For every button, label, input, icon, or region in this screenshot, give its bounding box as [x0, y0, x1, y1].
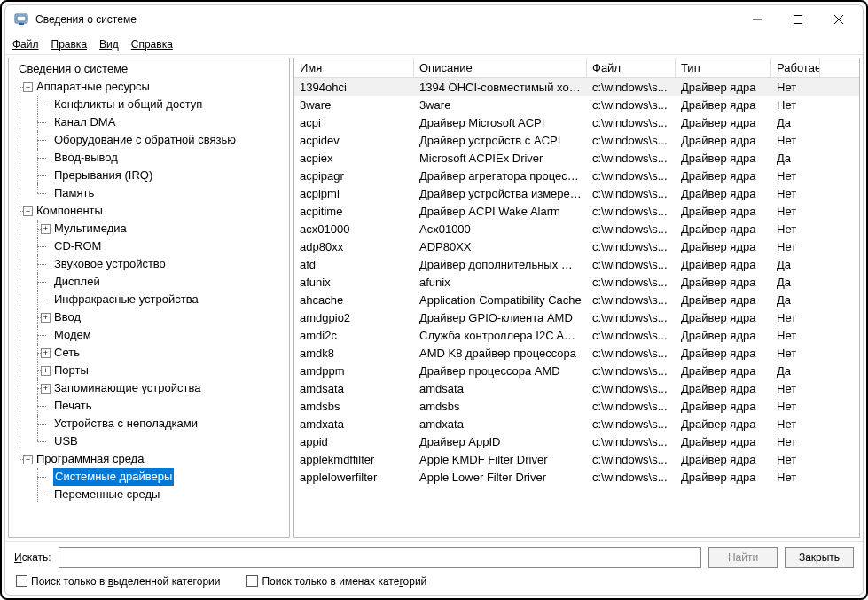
tree-item[interactable]: Оборудование с обратной связью [9, 131, 289, 149]
table-row[interactable]: amdgpio2 Драйвер GPIO-клиента AMD c:\win… [294, 308, 859, 326]
check-selected-category[interactable]: Поиск только в выделенной категории [16, 575, 220, 588]
tree-item[interactable]: Канал DMA [9, 113, 289, 131]
menu-edit[interactable]: Правка [51, 38, 88, 51]
tree-item[interactable]: CD-ROM [9, 238, 289, 255]
tree-item[interactable]: USB [9, 432, 289, 450]
tree-item[interactable]: Устройства с неполадками [9, 415, 289, 432]
tree-item[interactable]: Инфракрасные устройства [9, 291, 289, 308]
col-start[interactable]: Работает [771, 58, 820, 77]
table-row[interactable]: appid Драйвер AppID c:\windows\s... Драй… [294, 432, 859, 450]
table-row[interactable]: adp80xx ADP80XX c:\windows\s... Драйвер … [294, 238, 859, 255]
table-row[interactable]: afunix afunix c:\windows\s... Драйвер яд… [294, 273, 859, 291]
menu-help[interactable]: Справка [131, 38, 173, 51]
tree-item[interactable]: Конфликты и общий доступ [9, 96, 289, 113]
app-icon [14, 12, 28, 27]
tree-components[interactable]: −Компоненты [9, 202, 289, 220]
col-name[interactable]: Имя [294, 58, 414, 77]
col-desc[interactable]: Описание [414, 58, 587, 77]
svg-rect-1 [17, 16, 26, 21]
menubar: Файл Правка Вид Справка [5, 34, 863, 55]
expander-icon[interactable]: − [23, 455, 33, 464]
tree-item[interactable]: +Порты [9, 362, 289, 379]
table-row[interactable]: amdsata amdsata c:\windows\s... Драйвер … [294, 379, 859, 397]
table-row[interactable]: acx01000 Acx01000 c:\windows\s... Драйве… [294, 220, 859, 238]
expander-icon[interactable]: + [41, 348, 51, 358]
table-row[interactable]: afd Драйвер дополнительных фу... c:\wind… [294, 255, 859, 273]
close-search-button[interactable]: Закрыть [785, 547, 854, 568]
search-input[interactable] [59, 547, 701, 568]
tree-item[interactable]: Память [9, 184, 289, 202]
table-row[interactable]: acpitime Драйвер ACPI Wake Alarm c:\wind… [294, 202, 859, 220]
expander-icon[interactable]: + [41, 366, 51, 376]
search-panel: Искать: Найти Закрыть Поиск только в выд… [5, 541, 863, 595]
window-title: Сведения о системе [35, 13, 737, 26]
table-row[interactable]: acpi Драйвер Microsoft ACPI c:\windows\s… [294, 113, 859, 131]
expander-icon[interactable]: + [41, 384, 51, 394]
table-header[interactable]: Имя Описание Файл Тип Работает [294, 58, 859, 78]
table-row[interactable]: applekmdffilter Apple KMDF Filter Driver… [294, 450, 859, 468]
tree-item[interactable]: +Сеть [9, 344, 289, 362]
table-row[interactable]: acpipagr Драйвер агрегатора процесс... c… [294, 167, 859, 184]
category-tree[interactable]: Сведения о системе−Аппаратные ресурсыКон… [8, 58, 290, 538]
titlebar: Сведения о системе [5, 5, 863, 34]
menu-file[interactable]: Файл [12, 38, 39, 51]
tree-software[interactable]: −Программная среда [9, 450, 289, 468]
tree-item[interactable]: Дисплей [9, 273, 289, 291]
col-file[interactable]: Файл [587, 58, 676, 77]
tree-item[interactable]: Ввод-вывод [9, 149, 289, 167]
expander-icon[interactable]: − [23, 82, 33, 92]
minimize-button[interactable] [737, 6, 778, 33]
table-row[interactable]: acpiex Microsoft ACPIEx Driver c:\window… [294, 149, 859, 167]
tree-root[interactable]: Сведения о системе [9, 60, 289, 78]
table-row[interactable]: acpidev Драйвер устройств с ACPI c:\wind… [294, 131, 859, 149]
table-row[interactable]: 1394ohci 1394 OHCI-совместимый хост... c… [294, 78, 859, 96]
table-row[interactable]: applelowerfilter Apple Lower Filter Driv… [294, 468, 859, 486]
maximize-button[interactable] [778, 6, 818, 33]
table-row[interactable]: 3ware 3ware c:\windows\s... Драйвер ядра… [294, 96, 859, 113]
search-label: Искать: [14, 551, 51, 564]
menu-view[interactable]: Вид [99, 38, 119, 51]
expander-icon[interactable]: + [41, 313, 51, 323]
tree-system-drivers[interactable]: Системные драйверы [9, 468, 289, 486]
find-button[interactable]: Найти [708, 547, 778, 568]
tree-item[interactable]: Прерывания (IRQ) [9, 167, 289, 184]
table-row[interactable]: amdi2c Служба контроллера I2C AMD c:\win… [294, 326, 859, 344]
tree-item[interactable]: Модем [9, 326, 289, 344]
col-type[interactable]: Тип [676, 58, 771, 77]
table-row[interactable]: amdk8 AMD K8 драйвер процессора c:\windo… [294, 344, 859, 362]
details-table[interactable]: Имя Описание Файл Тип Работает 1394ohci … [293, 58, 860, 538]
tree-item[interactable]: Переменные среды [9, 486, 289, 503]
expander-icon[interactable]: − [23, 206, 33, 216]
tree-hardware[interactable]: −Аппаратные ресурсы [9, 78, 289, 96]
tree-item[interactable]: +Запоминающие устройства [9, 379, 289, 397]
check-category-names[interactable]: Поиск только в именах категорий [246, 575, 426, 588]
tree-item[interactable]: Звуковое устройство [9, 255, 289, 273]
table-row[interactable]: amdsbs amdsbs c:\windows\s... Драйвер яд… [294, 397, 859, 415]
table-row[interactable]: amdppm Драйвер процессора AMD c:\windows… [294, 362, 859, 379]
close-button[interactable] [818, 6, 859, 33]
system-info-window: Сведения о системе Файл Правка Вид Справ… [4, 4, 864, 596]
expander-icon[interactable]: + [41, 224, 51, 234]
table-row[interactable]: acpipmi Драйвер устройства измерен... c:… [294, 184, 859, 202]
svg-rect-2 [19, 23, 24, 25]
tree-item[interactable]: Печать [9, 397, 289, 415]
svg-rect-4 [794, 16, 802, 24]
table-row[interactable]: amdxata amdxata c:\windows\s... Драйвер … [294, 415, 859, 432]
tree-item[interactable]: +Мультимедиа [9, 220, 289, 238]
table-row[interactable]: ahcache Application Compatibility Cache … [294, 291, 859, 308]
tree-item[interactable]: +Ввод [9, 308, 289, 326]
